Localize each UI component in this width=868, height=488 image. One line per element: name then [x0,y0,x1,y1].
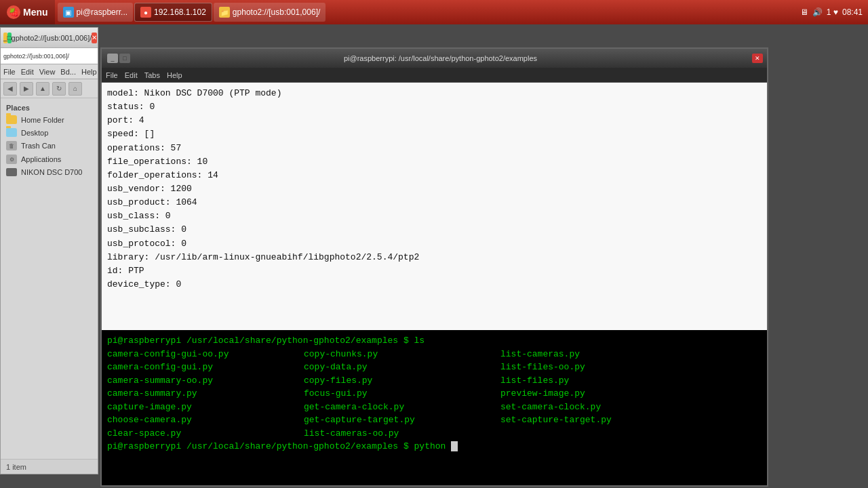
fm-home-button[interactable]: ⌂ [68,82,82,96]
last-prompt-path: /usr/local/share/python-gphoto2/examples [186,441,398,451]
start-button[interactable]: 🍓 Menu [0,0,55,24]
output-line: status: 0 [107,100,762,114]
file-entry: get-camera-clock.py [304,401,500,414]
trash-icon: 🗑 [6,141,17,150]
fm-places-title: Places [1,101,98,113]
term-lower-output[interactable]: pi@raspberrypi /usr/local/share/python-g… [102,330,767,485]
network-icon: 🖥 [800,7,808,17]
fm-menu-edit[interactable]: Edit [21,68,34,76]
file-entry: camera-summary-oo.py [107,374,304,388]
fm-menu-file[interactable]: File [3,68,16,76]
taskbar-item-terminal[interactable]: ▣ pi@raspberr... [58,3,134,22]
fm-up-button[interactable]: ▲ [36,82,50,96]
fm-sidebar-applications[interactable]: ⚙ Applications [1,152,98,166]
file-entry: focus-gui.py [304,387,500,401]
fm-toolbar: ◀ ▶ ▲ ↻ ⌂ [1,79,98,98]
output-line: usb_class: 0 [107,209,762,223]
last-prompt-line: pi@raspberrypi /usr/local/share/python-g… [107,440,762,453]
fm-sidebar-nikon[interactable]: NIKON DSC D700 [1,166,98,178]
start-label: Menu [23,7,48,18]
file-entry: capture-image.py [107,401,304,414]
fm-refresh-button[interactable]: ↻ [52,82,66,96]
fm-menu-bookmarks[interactable]: Bd... [60,68,76,76]
fm-sidebar-home-label: Home Folder [21,116,64,124]
file-entry: get-capture-target.py [304,413,500,427]
prompt-line: pi@raspberrypi /usr/local/share/python-g… [107,334,762,348]
prompt-path: /usr/local/share/python-gphoto2/examples [186,336,398,346]
term-menu-edit[interactable]: Edit [125,71,138,79]
output-line: file_operations: 10 [107,155,762,169]
fm-menu-help[interactable]: Help [81,68,97,76]
fm-titlebar: _ □ gphoto2://[usb:001,006]/ ✕ [1,28,98,48]
fm-sidebar-apps-label: Applications [21,155,61,163]
terminal-window: _ □ pi@raspberrypi: /usr/local/share/pyt… [100,47,768,487]
applications-icon: ⚙ [6,155,17,164]
files-column: list-cameras.pylist-files-oo.pylist-file… [500,348,697,441]
fm-status-text: 1 item [6,463,26,471]
term-upper-output: model: Nikon DSC D7000 (PTP mode)status:… [102,83,767,330]
file-entry: copy-chunks.py [304,348,500,361]
prompt-dollar: $ [403,336,409,346]
term-menu-tabs[interactable]: Tabs [144,71,160,79]
fm-sidebar-desktop-label: Desktop [21,129,48,137]
prompt-cmd: ls [414,336,425,346]
output-line: usb_protocol: 0 [107,237,762,251]
last-cmd: python [414,441,452,451]
taskbar-item-ip-label: 192.168.1.102 [154,7,206,17]
file-entry: copy-files.py [304,374,500,388]
fm-menu-view[interactable]: View [39,68,56,76]
last-prompt-user: pi@raspberrypi [107,441,181,451]
taskbar-right: 🖥 🔊 1 ♥ 08:41 [795,7,868,17]
fm-address-bar[interactable]: gphoto2://[usb:001,006]/ [1,48,98,64]
fm-sidebar-trash-label: Trash Can [21,142,56,150]
last-prompt-dollar: $ [403,441,409,451]
fm-forward-button[interactable]: ▶ [20,82,33,96]
clock: 08:41 [842,7,863,17]
output-line: id: PTP [107,264,762,278]
file-entry: camera-config-gui.py [107,361,304,374]
fm-sidebar-home[interactable]: Home Folder [1,113,98,126]
output-line: folder_operations: 14 [107,169,762,182]
file-entry: set-capture-target.py [500,413,697,427]
term-close-button[interactable]: ✕ [752,54,763,63]
fm-sidebar-desktop[interactable]: Desktop [1,126,98,139]
term-minimize-button[interactable]: _ [107,54,118,63]
file-entry: clear-space.py [107,427,304,441]
output-line: device_type: 0 [107,278,762,291]
fm-menubar: File Edit View Bd... Help [1,64,98,79]
file-entry: list-cameras.py [500,348,697,361]
file-entry: camera-config-gui-oo.py [107,348,304,361]
term-content[interactable]: model: Nikon DSC D7000 (PTP mode)status:… [102,83,767,485]
fm-sidebar: Places Home Folder Desktop 🗑 Trash Can ⚙… [1,98,98,181]
fm-close-button[interactable]: ✕ [92,33,97,43]
file-entry: choose-camera.py [107,413,304,427]
term-titlebar[interactable]: _ □ pi@raspberrypi: /usr/local/share/pyt… [102,49,767,68]
volume-icon: 🔊 [812,7,823,17]
term-menu-help[interactable]: Help [167,71,182,79]
term-maximize-button[interactable]: □ [119,54,130,63]
fm-taskbar-icon: 📁 [219,7,230,18]
cursor [451,441,458,451]
output-line: usb_subclass: 0 [107,223,762,237]
file-entry: camera-summary.py [107,387,304,401]
file-entry: preview-image.py [500,387,697,401]
battery-label: 1 ♥ [827,7,838,17]
fm-back-button[interactable]: ◀ [3,82,17,96]
output-line: model: Nikon DSC D7000 (PTP mode) [107,87,762,100]
file-entry: list-cameras-oo.py [304,427,500,441]
ls-output: camera-config-gui-oo.pycamera-config-gui… [107,348,762,441]
output-line: library: /usr/lib/arm-linux-gnueabihf/li… [107,251,762,264]
fm-sidebar-trash[interactable]: 🗑 Trash Can [1,139,98,152]
ip-taskbar-icon: ● [140,7,151,18]
file-entry: set-camera-clock.py [500,401,697,414]
taskbar-item-filemanager[interactable]: 📁 gphoto2://[usb:001,006]/ [214,3,326,22]
fm-address-text: gphoto2://[usb:001,006]/ [3,53,69,60]
taskbar-item-ip[interactable]: ● 192.168.1.102 [134,3,212,22]
taskbar-item-terminal-label: pi@raspberr... [77,7,128,17]
term-menu-file[interactable]: File [106,71,118,79]
prompt-user: pi@raspberrypi [107,336,181,346]
file-entry: list-files-oo.py [500,361,697,374]
output-line: port: 4 [107,114,762,127]
taskbar-item-fm-label: gphoto2://[usb:001,006]/ [233,7,320,17]
raspberry-icon: 🍓 [7,5,20,19]
